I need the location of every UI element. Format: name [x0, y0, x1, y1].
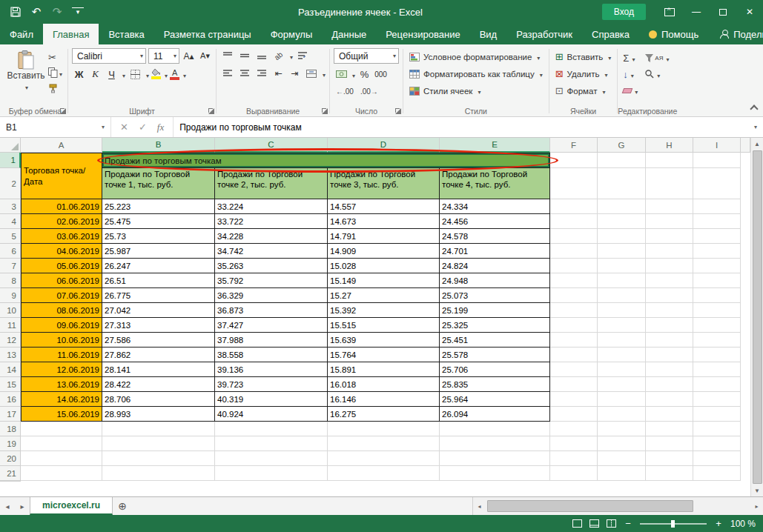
cell-B15[interactable]: 28.422: [102, 377, 215, 392]
cell-H6[interactable]: [646, 244, 693, 259]
increase-indent-icon[interactable]: ⇥: [288, 66, 302, 81]
cell-H2[interactable]: [646, 168, 693, 199]
cell-I8[interactable]: [693, 273, 741, 288]
cell-C13[interactable]: 38.558: [215, 348, 328, 362]
scroll-up-icon[interactable]: ▲: [751, 138, 763, 150]
cell-B4[interactable]: 25.475: [102, 214, 215, 229]
conditional-formatting-button[interactable]: Условное форматирование: [407, 48, 545, 65]
cell-G8[interactable]: [598, 273, 646, 288]
column-header-A[interactable]: A: [21, 138, 102, 153]
row-header-5[interactable]: 5: [0, 229, 21, 244]
new-sheet-icon[interactable]: ⊕: [113, 497, 132, 515]
cell-C21[interactable]: [215, 466, 328, 481]
ribbon-display-options-icon[interactable]: [656, 0, 683, 24]
cell-F20[interactable]: [550, 451, 598, 466]
cell-D16[interactable]: 16.146: [328, 392, 440, 407]
wrap-text-icon[interactable]: [295, 48, 310, 63]
cell-G7[interactable]: [598, 259, 646, 273]
cell-D7[interactable]: 15.028: [328, 259, 440, 273]
cell-B20[interactable]: [102, 451, 215, 466]
sign-in-button[interactable]: Вход: [602, 4, 646, 20]
cell-E4[interactable]: 24.456: [440, 214, 550, 229]
comma-style-button[interactable]: 000: [374, 67, 388, 82]
format-button[interactable]: ⊡ Формат: [553, 82, 614, 99]
column-header-E[interactable]: E: [440, 138, 550, 153]
cell-H3[interactable]: [646, 199, 693, 214]
cell-H18[interactable]: [646, 422, 693, 436]
cell-C3[interactable]: 33.224: [215, 199, 328, 214]
cell-F5[interactable]: [550, 229, 598, 244]
cell-G14[interactable]: [598, 362, 646, 377]
cell-B6[interactable]: 25.987: [102, 244, 215, 259]
number-format-combobox[interactable]: Общий▾: [334, 48, 399, 64]
cell-C4[interactable]: 33.722: [215, 214, 328, 229]
decrease-indent-icon[interactable]: ⇤: [271, 66, 285, 81]
cell-D17[interactable]: 16.275: [328, 407, 440, 422]
tab-data[interactable]: Данные: [322, 24, 376, 44]
cell-G9[interactable]: [598, 288, 646, 303]
cell-C16[interactable]: 40.319: [215, 392, 328, 407]
autosum-button[interactable]: Σ: [623, 51, 638, 64]
cell-H19[interactable]: [646, 436, 693, 451]
percent-style-button[interactable]: %: [357, 67, 371, 82]
cell-E5[interactable]: 24.578: [440, 229, 550, 244]
cell-C5[interactable]: 34.228: [215, 229, 328, 244]
font-color-icon[interactable]: А: [170, 67, 179, 82]
cell-F2[interactable]: [550, 168, 598, 199]
row-header-14[interactable]: 14: [0, 362, 21, 377]
cell-D15[interactable]: 16.018: [328, 377, 440, 392]
cell-B5[interactable]: 25.73: [102, 229, 215, 244]
cell-D4[interactable]: 14.673: [328, 214, 440, 229]
cell-E6[interactable]: 24.701: [440, 244, 550, 259]
row-header-18[interactable]: 18: [0, 422, 21, 436]
tab-developer[interactable]: Разработчик: [506, 24, 582, 44]
cell-B9[interactable]: 26.775: [102, 288, 215, 303]
fill-color-dropdown-icon[interactable]: [163, 67, 168, 81]
row-header-16[interactable]: 16: [0, 392, 21, 407]
alignment-dialog-launcher-icon[interactable]: [322, 108, 328, 114]
collapse-ribbon-icon[interactable]: [750, 104, 758, 113]
delete-cells-button[interactable]: ⊠ Удалить: [553, 65, 614, 82]
select-all-button[interactable]: [0, 138, 21, 153]
cell-F17[interactable]: [550, 407, 598, 422]
cell-G16[interactable]: [598, 392, 646, 407]
cell-E21[interactable]: [440, 466, 550, 481]
cell-D19[interactable]: [328, 436, 440, 451]
tab-page-layout[interactable]: Разметка страницы: [154, 24, 261, 44]
tab-formulas[interactable]: Формулы: [261, 24, 323, 44]
cell-B16[interactable]: 28.706: [102, 392, 215, 407]
zoom-slider-thumb[interactable]: [671, 520, 675, 528]
cell-D5[interactable]: 14.791: [328, 229, 440, 244]
font-size-combobox[interactable]: 11▾: [148, 48, 179, 64]
cut-icon[interactable]: ✂: [48, 51, 62, 63]
merge-center-icon[interactable]: [304, 66, 319, 81]
cell-E15[interactable]: 25.835: [440, 377, 550, 392]
cell-G21[interactable]: [598, 466, 646, 481]
row-header-12[interactable]: 12: [0, 333, 21, 348]
cell-H1[interactable]: [646, 153, 693, 168]
cell-I2[interactable]: [693, 168, 741, 199]
font-name-combobox[interactable]: Calibri▾: [72, 48, 146, 64]
cell-F19[interactable]: [550, 436, 598, 451]
cell-F1[interactable]: [550, 153, 598, 168]
cell-E17[interactable]: 26.094: [440, 407, 550, 422]
share-button[interactable]: Поделиться: [708, 24, 763, 44]
cell-A13[interactable]: 11.06.2019: [21, 348, 102, 362]
align-middle-icon[interactable]: [237, 48, 252, 63]
cell-C12[interactable]: 37.988: [215, 333, 328, 348]
cell-D21[interactable]: [328, 466, 440, 481]
view-page-break-icon[interactable]: [607, 519, 616, 528]
view-normal-icon[interactable]: [572, 519, 582, 528]
column-header-I[interactable]: I: [693, 138, 741, 153]
cell-F7[interactable]: [550, 259, 598, 273]
cell-E16[interactable]: 25.964: [440, 392, 550, 407]
cell-C7[interactable]: 35.263: [215, 259, 328, 273]
redo-icon[interactable]: ↷: [49, 4, 65, 20]
cell-B13[interactable]: 27.862: [102, 348, 215, 362]
align-right-icon[interactable]: [254, 66, 269, 81]
cell-D6[interactable]: 14.909: [328, 244, 440, 259]
cell-E3[interactable]: 24.334: [440, 199, 550, 214]
cell-E12[interactable]: 25.451: [440, 333, 550, 348]
cell-B18[interactable]: [102, 422, 215, 436]
cell-I10[interactable]: [693, 303, 741, 318]
